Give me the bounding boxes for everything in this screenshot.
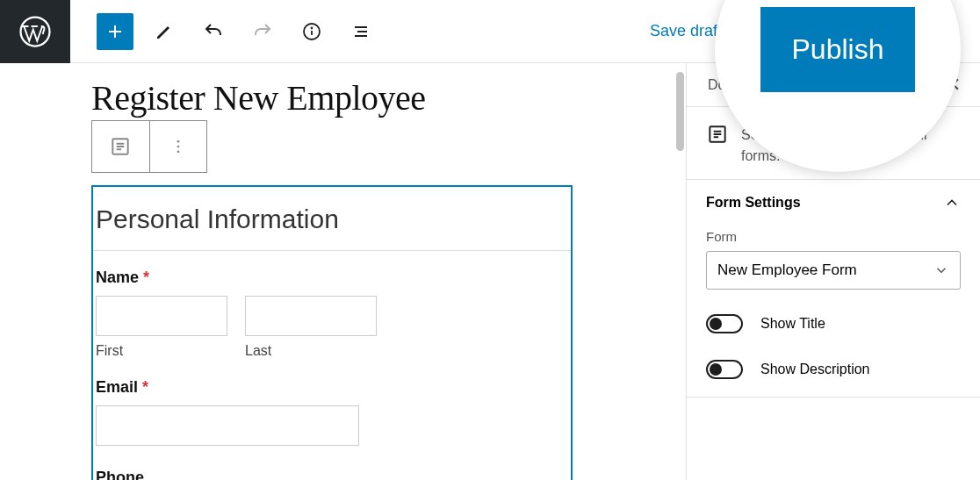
required-marker: * bbox=[143, 269, 149, 286]
svg-point-5 bbox=[312, 27, 313, 28]
form-select-label: Form bbox=[706, 229, 961, 244]
show-title-label: Show Title bbox=[760, 316, 825, 332]
chevron-down-icon bbox=[933, 262, 949, 278]
show-title-toggle[interactable] bbox=[706, 314, 743, 333]
first-name-input[interactable] bbox=[96, 296, 227, 336]
form-block[interactable]: Personal Information Name * First Last E… bbox=[91, 185, 573, 480]
block-more-button[interactable] bbox=[150, 121, 207, 172]
editor-canvas: Register New Employee Personal Informati… bbox=[0, 63, 686, 480]
redo-button[interactable] bbox=[244, 13, 281, 50]
form-settings-toggle[interactable]: Form Settings bbox=[687, 180, 980, 226]
scrollbar[interactable] bbox=[676, 72, 684, 151]
page-title[interactable]: Register New Employee bbox=[91, 77, 686, 118]
svg-point-16 bbox=[177, 140, 179, 143]
last-sublabel: Last bbox=[245, 343, 377, 359]
block-type-button[interactable] bbox=[92, 121, 150, 172]
chevron-up-icon bbox=[943, 194, 961, 211]
wordpress-logo[interactable] bbox=[0, 0, 70, 63]
outline-button[interactable] bbox=[342, 13, 379, 50]
name-field-label: Name * bbox=[96, 269, 571, 287]
block-toolbar bbox=[91, 120, 207, 173]
email-field-label: Email * bbox=[96, 378, 571, 397]
last-name-input[interactable] bbox=[245, 296, 377, 336]
edit-mode-button[interactable] bbox=[146, 13, 183, 50]
form-settings-section: Form Settings Form New Employee Form Sho… bbox=[687, 180, 980, 398]
form-block-icon bbox=[706, 123, 729, 167]
first-sublabel: First bbox=[96, 343, 227, 359]
svg-point-18 bbox=[177, 151, 179, 154]
required-marker: * bbox=[142, 378, 148, 396]
add-block-button[interactable] bbox=[97, 13, 133, 50]
svg-point-17 bbox=[177, 146, 179, 148]
phone-field-label: Phone bbox=[96, 469, 571, 480]
email-input[interactable] bbox=[96, 405, 359, 446]
form-section-heading: Personal Information bbox=[93, 187, 571, 251]
publish-button[interactable]: Publish bbox=[760, 7, 916, 92]
show-description-label: Show Description bbox=[760, 362, 870, 377]
undo-button[interactable] bbox=[195, 13, 232, 50]
info-button[interactable] bbox=[293, 13, 330, 50]
show-description-toggle[interactable] bbox=[706, 360, 743, 379]
form-select[interactable]: New Employee Form bbox=[706, 251, 961, 290]
